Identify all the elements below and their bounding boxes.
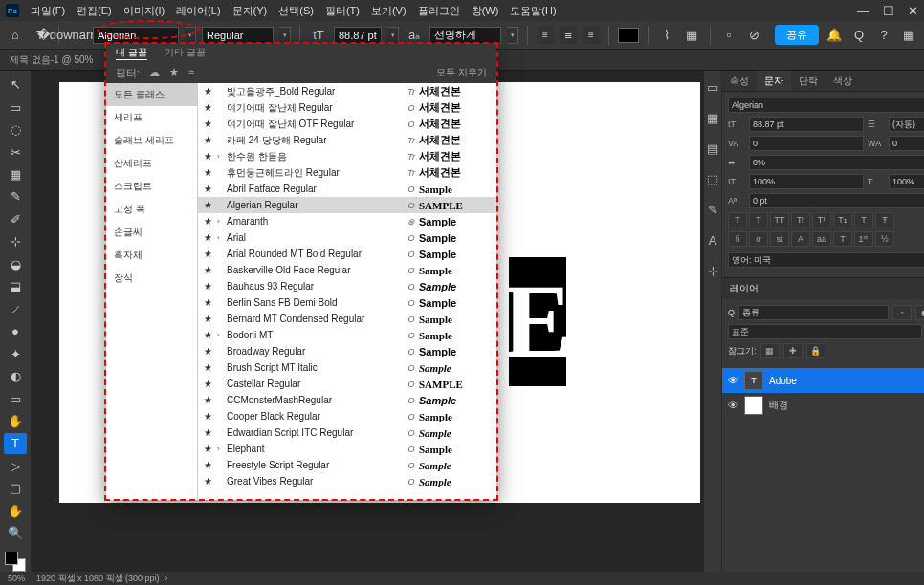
font-list-item[interactable]: ★Berlin Sans FB Demi BoldOSample	[198, 294, 496, 311]
expand-arrow-icon[interactable]: ›	[217, 444, 227, 453]
favorite-star-icon[interactable]: ★	[204, 314, 217, 324]
font-tab-my[interactable]: 내 글꼴	[116, 46, 147, 60]
font-list-item[interactable]: ★Bernard MT Condensed RegularOSample	[198, 311, 496, 327]
type-style-1[interactable]: T	[749, 212, 768, 228]
font-class-item[interactable]: 슬래브 세리프	[106, 129, 197, 152]
layers-tab[interactable]: 레이어	[722, 278, 924, 299]
blend-mode[interactable]	[728, 324, 922, 339]
tool-7[interactable]: ⊹	[4, 231, 27, 251]
favorite-star-icon[interactable]: ★	[204, 444, 217, 454]
menu-window[interactable]: 창(W)	[472, 4, 499, 18]
fg-bg-swatch[interactable]	[5, 552, 26, 572]
font-list[interactable]: ★빛고을광주_Bold RegularTr서체견본★여기어때 잘난체 Regul…	[198, 83, 496, 500]
char-vscale[interactable]	[889, 174, 924, 189]
font-list-item[interactable]: ★Great Vibes RegularOSample	[198, 473, 496, 489]
opentype-0[interactable]: fi	[728, 231, 747, 247]
tool-20[interactable]: 🔍	[4, 523, 27, 543]
font-list-item[interactable]: ★CCMonsterMashRegularOSample	[198, 392, 496, 408]
home-icon[interactable]: ⌂	[6, 26, 25, 45]
menu-view[interactable]: 보기(V)	[371, 4, 407, 18]
filter-star-icon[interactable]: ★	[169, 66, 179, 80]
tool-4[interactable]: ▦	[4, 164, 27, 184]
font-list-item[interactable]: ★Algerian RegularOSAMPLE	[198, 197, 496, 213]
tool-18[interactable]: ▢	[4, 478, 27, 498]
menu-layer[interactable]: 레이어(L)	[176, 4, 220, 18]
char-scale[interactable]	[749, 155, 924, 170]
font-list-item[interactable]: ★›한수원 한돋음Tr서체견본	[198, 148, 496, 164]
type-style-5[interactable]: T₁	[833, 212, 852, 228]
font-list-item[interactable]: ★›Amaranth⊗Sample	[198, 213, 496, 229]
align-center[interactable]: ≣	[560, 27, 577, 44]
layers-kind[interactable]	[738, 305, 889, 320]
char-font-family[interactable]	[728, 98, 924, 113]
3d-icon[interactable]: ▫	[719, 26, 738, 45]
workspace-icon[interactable]: ▦	[899, 26, 918, 45]
font-tab-other[interactable]: 기타 글꼴	[165, 46, 206, 59]
lock-pixels-icon[interactable]: ▦	[760, 343, 780, 358]
char-baseline[interactable]	[749, 193, 924, 208]
panel-icon-3[interactable]: ⬚	[704, 170, 721, 187]
warp-text-icon[interactable]: ⌇	[657, 26, 676, 45]
visibility-icon[interactable]: 👁	[728, 375, 738, 386]
char-leading[interactable]	[889, 117, 924, 132]
type-style-7[interactable]: Ŧ	[875, 212, 894, 228]
tool-3[interactable]: ✂	[4, 141, 27, 162]
font-list-item[interactable]: ★Cooper Black RegularOSample	[198, 408, 496, 424]
font-list-item[interactable]: ★휴먼둥근헤드라인 RegularTr서체견본	[198, 164, 496, 181]
tool-8[interactable]: ◒	[4, 254, 27, 274]
visibility-icon[interactable]: 👁	[728, 400, 738, 411]
font-list-item[interactable]: ★여기어때 잘난체 RegularO서체견본	[198, 99, 496, 116]
align-left[interactable]: ≡	[537, 27, 554, 44]
opentype-7[interactable]: ½	[875, 231, 894, 247]
font-list-item[interactable]: ★Castellar RegularOSAMPLE	[198, 376, 496, 392]
tool-19[interactable]: ✋	[4, 501, 27, 521]
lock-position-icon[interactable]: ✚	[783, 343, 803, 358]
lock-all-icon[interactable]: 🔒	[806, 343, 825, 358]
panel-icon-6[interactable]: ⊹	[704, 262, 721, 279]
panel-icon-0[interactable]: ▭	[704, 78, 721, 96]
favorite-star-icon[interactable]: ★	[204, 460, 217, 470]
canvas-text-layer[interactable]: E	[509, 257, 566, 386]
tool-9[interactable]: ⬓	[4, 276, 27, 296]
layer-row[interactable]: 👁배경	[722, 393, 924, 418]
font-size-dropdown[interactable]: ▾	[387, 27, 399, 44]
type-style-3[interactable]: Tr	[791, 212, 810, 228]
align-right[interactable]: ≡	[583, 27, 600, 44]
favorite-star-icon[interactable]: ★	[204, 167, 217, 178]
layer-row[interactable]: 👁TAdobe	[722, 368, 924, 393]
favorite-star-icon[interactable]: ★	[204, 249, 217, 259]
panel-icon-2[interactable]: ▤	[704, 140, 721, 157]
notification-icon[interactable]: 🔔	[825, 26, 844, 45]
font-list-item[interactable]: ★›ArialOSample	[198, 229, 496, 246]
tool-15[interactable]: ✋	[4, 411, 27, 431]
menu-file[interactable]: 파일(F)	[31, 4, 65, 18]
font-list-item[interactable]: ★›Bodoni MTOSample	[198, 327, 496, 343]
menu-plugin[interactable]: 플러그인	[418, 4, 460, 18]
tab-character[interactable]: 문자	[757, 71, 791, 91]
antialias-input[interactable]	[429, 27, 501, 44]
tool-13[interactable]: ◐	[4, 366, 27, 386]
font-style-input[interactable]	[202, 27, 274, 44]
font-family-dropdown[interactable]: ▾	[185, 27, 196, 44]
favorite-star-icon[interactable]: ★	[204, 379, 217, 389]
font-class-item[interactable]: 손글씨	[106, 221, 197, 244]
favorite-star-icon[interactable]: ★	[204, 151, 217, 162]
favorite-star-icon[interactable]: ★	[204, 411, 217, 422]
tool-1[interactable]: ▭	[4, 97, 27, 117]
char-kerning[interactable]	[749, 136, 864, 151]
char-size[interactable]	[749, 117, 864, 132]
font-list-item[interactable]: ★Arial Rounded MT Bold RegularOSample	[198, 246, 496, 262]
tool-0[interactable]: ↖	[4, 75, 27, 95]
favorite-star-icon[interactable]: ★	[204, 119, 217, 129]
tool-11[interactable]: ●	[4, 321, 27, 341]
favorite-star-icon[interactable]: ★	[204, 184, 217, 194]
favorite-star-icon[interactable]: ★	[204, 216, 217, 227]
font-class-item[interactable]: 산세리프	[106, 152, 197, 175]
font-list-item[interactable]: ★Brush Script MT ItalicOSample	[198, 359, 496, 376]
doc-info-arrow[interactable]: ›	[165, 574, 168, 583]
type-style-4[interactable]: T¹	[812, 212, 831, 228]
orientation-icon[interactable]: �downarrowT	[68, 26, 87, 45]
share-button[interactable]: 공유	[775, 25, 819, 45]
tool-5[interactable]: ✎	[4, 186, 27, 206]
antialias-dropdown[interactable]: ▾	[507, 27, 518, 44]
